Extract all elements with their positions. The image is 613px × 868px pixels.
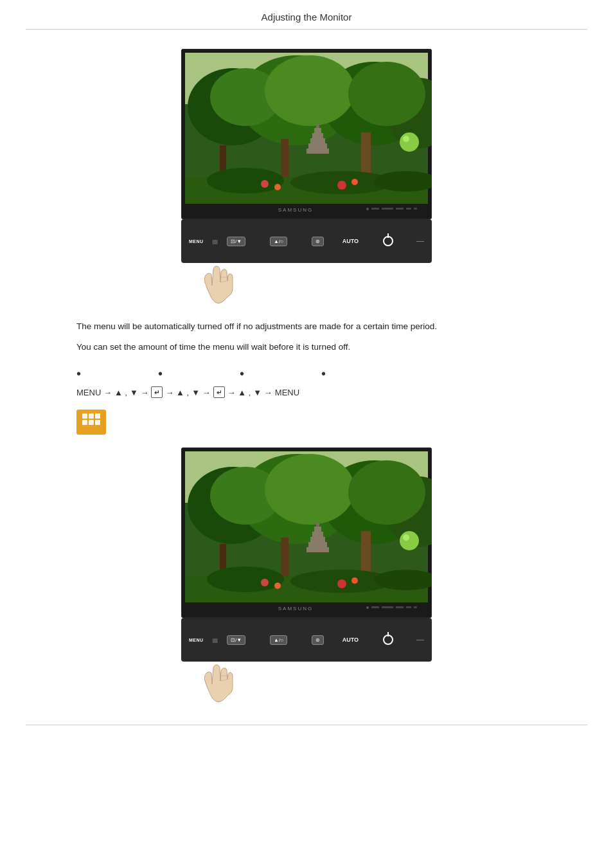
menu-nav-text: MENU → — [76, 388, 112, 397]
menu-label-top: MENU — [189, 239, 204, 244]
svg-text:SAMSUNG: SAMSUNG — [278, 207, 313, 213]
dash-bottom: — — [416, 635, 424, 644]
svg-rect-77 — [371, 606, 379, 608]
monitor-block-top: SAMSUNG MENU |||| ⊡/▼ ▲/○ ⊛ — [76, 49, 537, 307]
cb-separator1: |||| — [213, 239, 218, 244]
svg-text:SAMSUNG: SAMSUNG — [278, 606, 313, 611]
page-container: Adjusting the Monitor — [0, 0, 613, 868]
svg-rect-63 — [316, 523, 319, 527]
cb-btn2-top[interactable]: ▲/○ — [270, 237, 287, 246]
svg-point-25 — [337, 181, 346, 190]
svg-rect-32 — [371, 208, 379, 210]
cb-btn1-bottom[interactable]: ⊡/▼ — [227, 635, 245, 645]
svg-point-53 — [265, 454, 355, 525]
nav-arrow2: ▼ → — [130, 388, 148, 397]
nav-menu-end: MENU — [275, 388, 299, 397]
timer-icon — [81, 412, 102, 430]
svg-rect-43 — [89, 420, 94, 425]
svg-point-24 — [274, 184, 281, 190]
svg-point-70 — [337, 579, 346, 588]
svg-rect-39 — [82, 413, 87, 419]
cb-btn3-bottom[interactable]: ⊛ — [312, 635, 324, 645]
svg-rect-78 — [382, 606, 393, 608]
power-button-top[interactable] — [383, 236, 393, 246]
cb-btn1-top[interactable]: ⊡/▼ — [227, 237, 245, 246]
power-stem — [387, 233, 389, 238]
svg-rect-41 — [95, 413, 100, 419]
enter-key-1: ↵ — [151, 386, 163, 398]
svg-point-72 — [400, 531, 419, 550]
svg-point-71 — [351, 577, 358, 584]
svg-point-65 — [207, 566, 284, 592]
cb-separator2: |||| — [213, 637, 218, 643]
svg-rect-80 — [406, 606, 411, 608]
nav-arrow1: ▲ , — [114, 388, 127, 397]
monitor-screen-bottom: SAMSUNG — [181, 448, 432, 618]
svg-rect-36 — [414, 208, 417, 210]
svg-rect-13 — [306, 149, 329, 154]
power-button-bottom[interactable] — [383, 635, 393, 645]
page-title: Adjusting the Monitor — [262, 12, 352, 23]
svg-point-9 — [348, 62, 425, 126]
hand-cursor-bottom — [191, 662, 242, 703]
svg-rect-17 — [314, 128, 321, 133]
svg-point-20 — [207, 168, 284, 194]
timer-badge — [76, 410, 106, 435]
svg-point-76 — [366, 606, 369, 609]
svg-rect-61 — [312, 532, 323, 537]
monitor-screen-top: SAMSUNG — [181, 49, 432, 219]
control-bar-top: MENU |||| ⊡/▼ ▲/○ ⊛ AUTO — — [181, 219, 432, 263]
nav-arrow4: ▼ → — [191, 388, 210, 397]
svg-rect-33 — [382, 208, 393, 210]
bottom-rule — [26, 725, 587, 725]
text-section: The menu will be automatically turned of… — [76, 320, 537, 354]
svg-rect-35 — [406, 208, 411, 210]
dash-top: — — [416, 237, 424, 246]
hand-indicator-wrap-top — [181, 263, 432, 307]
svg-point-68 — [261, 579, 269, 586]
svg-rect-81 — [414, 606, 417, 608]
dot-3: • — [240, 366, 244, 381]
svg-rect-62 — [314, 527, 321, 532]
cb-btn2-bottom[interactable]: ▲/○ — [270, 635, 287, 645]
svg-rect-16 — [312, 133, 323, 138]
text-paragraph-1: The menu will be automatically turned of… — [76, 320, 537, 334]
hand-indicator-wrap-bottom — [181, 662, 432, 705]
nav-arrow6: ▼ → — [253, 388, 272, 397]
dot-1: • — [76, 366, 81, 381]
text-paragraph-2: You can set the amount of time the menu … — [76, 340, 537, 354]
svg-point-27 — [400, 132, 419, 152]
svg-rect-15 — [310, 138, 325, 143]
svg-rect-40 — [89, 413, 94, 419]
dot-2: • — [158, 366, 163, 381]
svg-point-31 — [366, 208, 369, 210]
hand-cursor-top — [191, 263, 242, 305]
svg-point-54 — [348, 460, 425, 525]
svg-point-73 — [403, 534, 409, 541]
nav-arrow5: → ▲ , — [227, 388, 251, 397]
control-bar-bottom: MENU |||| ⊡/▼ ▲/○ ⊛ AUTO — — [181, 618, 432, 662]
power-stem-bottom — [387, 632, 389, 637]
svg-rect-44 — [95, 420, 100, 425]
dot-4: • — [321, 366, 326, 381]
svg-point-69 — [274, 583, 281, 589]
svg-point-8 — [265, 55, 355, 126]
monitor-block-bottom: SAMSUNG MENU |||| ⊡/▼ ▲/○ ⊛ — [76, 448, 537, 705]
page-title-bar: Adjusting the Monitor — [26, 0, 587, 30]
svg-rect-58 — [306, 547, 329, 552]
svg-point-23 — [261, 180, 269, 188]
svg-rect-42 — [82, 420, 87, 425]
dots-row: • • • • — [76, 366, 537, 381]
badge-block — [76, 410, 537, 435]
svg-rect-34 — [396, 208, 404, 210]
menu-nav-line: MENU → ▲ , ▼ → ↵ → ▲ , ▼ → ↵ → ▲ , ▼ → M… — [76, 386, 537, 398]
nav-arrow3: → ▲ , — [165, 388, 189, 397]
enter-key-2: ↵ — [213, 386, 225, 398]
svg-point-26 — [351, 179, 358, 185]
cb-btn3-top[interactable]: ⊛ — [312, 237, 324, 246]
menu-label-bottom: MENU — [189, 638, 204, 642]
svg-rect-14 — [308, 143, 327, 149]
svg-rect-60 — [310, 537, 325, 542]
svg-rect-79 — [396, 606, 404, 608]
content-area: SAMSUNG MENU |||| ⊡/▼ ▲/○ ⊛ — [0, 49, 613, 705]
